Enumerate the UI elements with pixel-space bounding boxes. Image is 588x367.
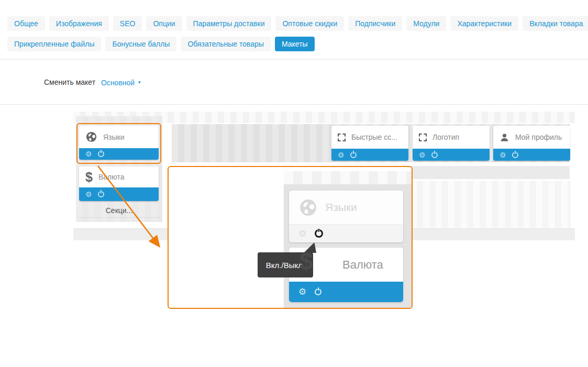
gear-icon: ⚙	[298, 229, 306, 238]
zoom-callout: Языки ⚙ Валюта ⚙ $ Вкл./Выкл.	[168, 166, 413, 309]
globe-icon	[298, 198, 318, 217]
tab-seo[interactable]: SEO	[113, 16, 142, 31]
module-label: Языки	[325, 201, 357, 214]
module-currency-toolbar: ⚙	[79, 187, 159, 201]
module-profile[interactable]: Мой профиль ⚙	[493, 126, 570, 161]
globe-icon	[85, 131, 97, 143]
module-label: Логотип	[432, 133, 459, 141]
person-icon	[500, 132, 509, 142]
magnified-top-strip	[284, 171, 412, 184]
power-icon[interactable]	[98, 191, 104, 197]
dashed-box-icon	[419, 134, 427, 141]
module-quick-links-header: Быстрые сс...	[331, 126, 408, 149]
tab-modules[interactable]: Модули	[406, 16, 446, 31]
module-profile-header: Мой профиль	[493, 126, 570, 149]
divider	[0, 104, 588, 105]
product-layouts-page: Общее Изображения SEO Опции Параметры до…	[0, 0, 588, 367]
module-label: Валюта	[98, 173, 125, 181]
layout-dropdown-value: Основной	[101, 79, 135, 87]
module-currency[interactable]: $ Валюта ⚙	[79, 166, 159, 201]
gear-icon: ⚙	[298, 287, 306, 296]
gear-icon[interactable]: ⚙	[338, 151, 345, 159]
power-icon[interactable]	[431, 152, 438, 158]
change-layout-label: Сменить макет	[44, 78, 95, 86]
tab-options[interactable]: Опции	[146, 16, 182, 31]
tab-layouts[interactable]: Макеты	[275, 37, 315, 51]
gear-icon[interactable]: ⚙	[85, 191, 92, 198]
module-logo[interactable]: Логотип ⚙	[413, 126, 490, 161]
module-languages[interactable]: Языки ⚙	[79, 126, 159, 160]
magnified-languages-toolbar: ⚙	[289, 224, 403, 242]
module-profile-toolbar: ⚙	[493, 149, 570, 161]
tabs-row-2: Прикрепленные файлы Бонусные баллы Обяза…	[7, 37, 315, 51]
sections-more-button[interactable]: Секци...	[78, 204, 160, 218]
module-label: Быстрые сс...	[351, 133, 397, 141]
tab-required-products[interactable]: Обязательные товары	[181, 37, 271, 51]
gear-icon[interactable]: ⚙	[419, 151, 426, 159]
power-icon[interactable]	[512, 152, 518, 158]
module-label: Мой профиль	[515, 133, 562, 141]
power-icon	[315, 288, 321, 295]
tab-shipping-params[interactable]: Параметры доставки	[186, 16, 272, 31]
dollar-icon: $	[299, 249, 313, 273]
caret-down-icon: ▼	[137, 81, 141, 85]
power-icon[interactable]	[98, 151, 104, 157]
layout-dropdown[interactable]: Основной ▼	[101, 79, 141, 87]
divider	[0, 59, 588, 60]
magnified-languages-module: Языки ⚙	[289, 191, 403, 242]
module-languages-header: Языки	[79, 126, 159, 148]
magnified-currency-toolbar: ⚙	[289, 282, 403, 302]
tab-subscribers[interactable]: Подписчики	[348, 16, 402, 31]
module-logo-header: Логотип	[413, 126, 490, 149]
module-label: Валюта	[342, 258, 383, 272]
tab-images[interactable]: Изображения	[49, 16, 109, 31]
magnified-languages-header: Языки	[289, 191, 403, 224]
power-icon	[315, 229, 323, 238]
tab-attributes[interactable]: Характеристики	[450, 16, 518, 31]
tab-general[interactable]: Общее	[7, 16, 45, 31]
dollar-icon: $	[85, 171, 93, 184]
module-label: Языки	[103, 133, 125, 141]
gear-icon[interactable]: ⚙	[500, 151, 506, 159]
tabs-row-1: Общее Изображения SEO Опции Параметры до…	[7, 16, 588, 31]
dashed-box-icon	[338, 134, 346, 141]
tab-reward-points[interactable]: Бонусные баллы	[105, 37, 176, 51]
tab-bulk-discounts[interactable]: Оптовые скидки	[275, 16, 344, 31]
gear-icon[interactable]: ⚙	[85, 150, 92, 158]
tab-product-tabs[interactable]: Вкладки товара	[523, 16, 588, 31]
module-quick-links-toolbar: ⚙	[331, 149, 408, 161]
module-languages-toolbar: ⚙	[79, 148, 159, 160]
module-quick-links[interactable]: Быстрые сс... ⚙	[331, 126, 408, 161]
module-logo-toolbar: ⚙	[413, 149, 490, 161]
tab-attachments[interactable]: Прикрепленные файлы	[7, 37, 101, 51]
power-icon[interactable]	[350, 152, 357, 158]
module-currency-header: $ Валюта	[79, 166, 159, 187]
